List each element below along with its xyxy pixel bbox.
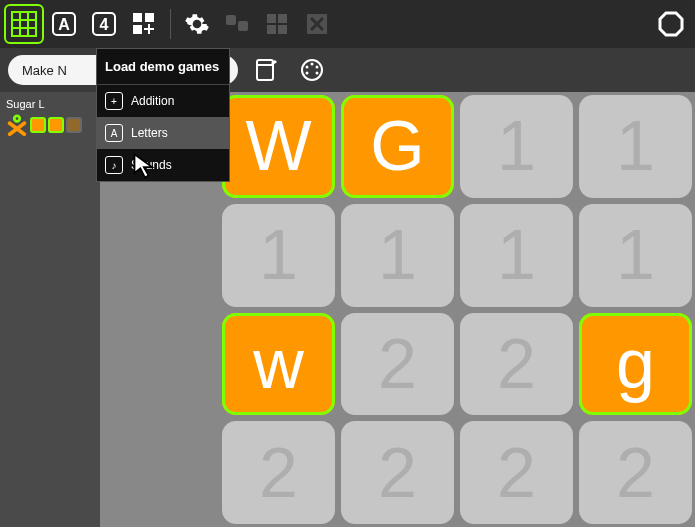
svg-rect-17 — [278, 14, 287, 23]
svg-marker-23 — [660, 13, 682, 35]
svg-rect-11 — [133, 25, 142, 34]
journal-button[interactable] — [248, 52, 284, 88]
settings-button[interactable] — [179, 6, 215, 42]
menu-item-letters[interactable]: ALetters — [97, 117, 229, 149]
svg-text:4: 4 — [100, 16, 109, 33]
svg-point-28 — [311, 63, 314, 66]
svg-rect-10 — [145, 13, 154, 22]
make-label: Make N — [22, 63, 67, 78]
grid-view-button[interactable] — [259, 6, 295, 42]
menu-item-icon: + — [105, 92, 123, 110]
card-tile-face[interactable]: W — [222, 95, 335, 198]
svg-rect-24 — [257, 60, 273, 80]
divider — [170, 9, 171, 39]
close-button[interactable] — [299, 6, 335, 42]
main-toolbar: A 4 — [0, 0, 695, 48]
thumb-tile-icon — [48, 117, 64, 133]
svg-rect-15 — [238, 21, 248, 31]
svg-rect-9 — [133, 13, 142, 22]
svg-point-32 — [14, 116, 20, 122]
new-grid-button[interactable] — [126, 6, 162, 42]
thumb-tile-icon — [66, 117, 82, 133]
card-tile-back[interactable]: 1 — [341, 204, 454, 307]
stop-button[interactable] — [653, 6, 689, 42]
svg-point-31 — [306, 72, 309, 75]
svg-rect-14 — [226, 15, 236, 25]
card-tile-back[interactable]: 1 — [579, 204, 692, 307]
menu-item-label: Letters — [131, 126, 168, 140]
card-tile-back[interactable]: 1 — [460, 204, 573, 307]
card-tile-back[interactable]: 2 — [579, 421, 692, 524]
menu-item-icon: ♪ — [105, 156, 123, 174]
card-tile-back[interactable]: 2 — [341, 421, 454, 524]
card-tile-back[interactable]: 1 — [222, 204, 335, 307]
svg-rect-16 — [267, 14, 276, 23]
card-tile-back[interactable]: 2 — [222, 421, 335, 524]
svg-point-27 — [306, 66, 309, 69]
card-tile-face[interactable]: w — [222, 313, 335, 416]
menu-item-icon: A — [105, 124, 123, 142]
project-sidebar: Sugar L — [0, 92, 100, 527]
card-tile-back[interactable]: 2 — [460, 313, 573, 416]
project-thumb[interactable] — [6, 114, 94, 136]
thumb-tile-icon — [30, 117, 46, 133]
project-label: Sugar L — [6, 98, 94, 110]
menu-title: Load demo games — [97, 49, 229, 85]
card-tile-back[interactable]: 1 — [460, 95, 573, 198]
menu-item-label: Sounds — [131, 158, 172, 172]
demo-games-menu: Load demo games +AdditionALetters♪Sounds — [96, 48, 230, 182]
menu-item-label: Addition — [131, 94, 174, 108]
sugar-person-icon — [6, 114, 28, 136]
card-tile-back[interactable]: 2 — [460, 421, 573, 524]
number-mode-button[interactable]: 4 — [86, 6, 122, 42]
svg-rect-19 — [278, 25, 287, 34]
svg-rect-18 — [267, 25, 276, 34]
card-tile-back[interactable]: 2 — [341, 313, 454, 416]
menu-item-addition[interactable]: +Addition — [97, 85, 229, 117]
menu-item-sounds[interactable]: ♪Sounds — [97, 149, 229, 181]
svg-text:A: A — [58, 16, 70, 33]
card-tile-face[interactable]: G — [341, 95, 454, 198]
activity-icon[interactable] — [6, 6, 42, 42]
palette-button[interactable] — [294, 52, 330, 88]
puzzle-button[interactable] — [219, 6, 255, 42]
letter-mode-button[interactable]: A — [46, 6, 82, 42]
card-tile-face[interactable]: g — [579, 313, 692, 416]
svg-point-29 — [316, 66, 319, 69]
svg-point-30 — [316, 72, 319, 75]
svg-rect-0 — [12, 12, 36, 36]
card-tile-back[interactable]: 1 — [579, 95, 692, 198]
